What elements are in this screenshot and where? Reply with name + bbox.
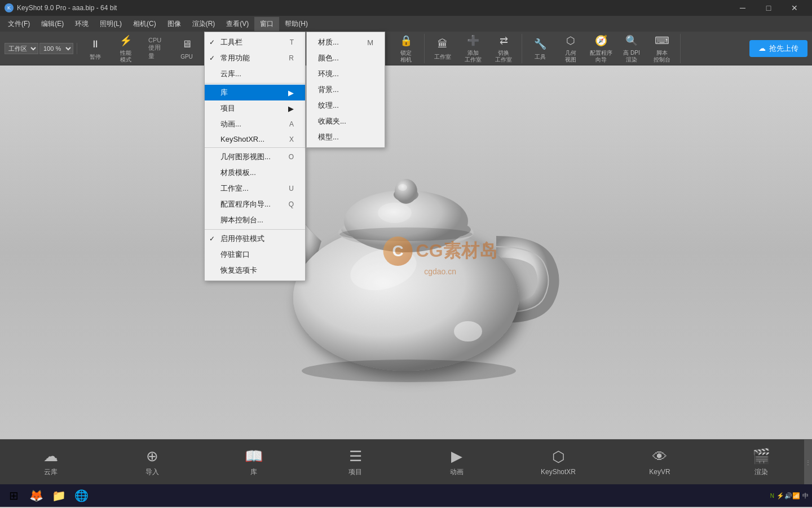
taskbar-icons: ⚡🔊📶 xyxy=(776,492,800,500)
divider-3 xyxy=(205,229,305,230)
menu-animation[interactable]: 动画... A xyxy=(205,116,305,132)
gpu-button[interactable]: 🖥 GPU xyxy=(172,34,201,63)
geo-view-button[interactable]: ⬡ 几何视图 xyxy=(556,34,585,63)
tools-button[interactable]: 🔧 工具 xyxy=(526,34,555,63)
bottombar-library[interactable]: 📖 库 xyxy=(231,448,276,477)
pause-button[interactable]: ⏸ 暂停 xyxy=(81,34,110,63)
gpu-icon: 🖥 xyxy=(179,36,195,52)
window-title: KeyShot 9.0 Pro - aaa.bip - 64 bit xyxy=(17,4,117,12)
geo-view-label: 几何视图 xyxy=(565,50,576,63)
lock-camera-label: 锁定相机 xyxy=(400,50,412,63)
menu-dock-window[interactable]: 停驻窗口 xyxy=(205,247,305,262)
workspace-icon: 🏛 xyxy=(435,36,451,52)
bottombar-project[interactable]: ☰ 项目 xyxy=(333,448,378,477)
taskbar-right: N ⚡🔊📶 中 xyxy=(770,492,809,500)
animation-icon: ▶ xyxy=(451,448,462,465)
app-icon: K xyxy=(5,3,14,12)
svg-point-13 xyxy=(454,321,482,341)
taskbar-edge[interactable]: 🌐 xyxy=(71,485,91,506)
gpu-label: GPU xyxy=(180,54,193,60)
bottombar-import[interactable]: ⊕ 导入 xyxy=(130,448,175,477)
add-workspace-button[interactable]: ➕ 添加工作室 xyxy=(458,34,488,63)
menu-material-template[interactable]: 材质模板... xyxy=(205,165,305,181)
menu-toolbar[interactable]: ✓ 工具栏 T xyxy=(205,34,305,50)
menu-keyshotxr[interactable]: KeyShotXR... X xyxy=(205,132,305,146)
workspace-select[interactable]: 工作区 xyxy=(5,43,38,54)
taskbar: ⊞ 🦊 📁 🌐 N ⚡🔊📶 中 xyxy=(0,484,812,507)
menu-file[interactable]: 文件(F) xyxy=(2,17,36,31)
menu-cloud-library[interactable]: 云库... xyxy=(205,66,305,82)
menu-geo-view[interactable]: 几何图形视图... O xyxy=(205,149,305,165)
submenu-background[interactable]: 背景... xyxy=(307,82,385,98)
menu-help[interactable]: 帮助(H) xyxy=(279,17,314,31)
zoom-dropdown[interactable]: 100 % xyxy=(39,43,73,54)
taskbar-lang: 中 xyxy=(802,492,809,500)
watermark-url: cgdao.cn xyxy=(424,267,456,276)
menu-script-console[interactable]: 脚本控制台... xyxy=(205,212,305,228)
menu-environment[interactable]: 环境 xyxy=(69,17,94,31)
menu-config-wizard[interactable]: 配置程序向导... Q xyxy=(205,196,305,212)
switch-workspace-button[interactable]: ⇄ 切换工作室 xyxy=(489,34,518,63)
bottombar-render[interactable]: 🎬 渲染 xyxy=(739,448,784,477)
high-dpi-button[interactable]: 🔍 高 DPI渲染 xyxy=(617,34,646,63)
cloud-upload-icon: ☁ xyxy=(758,44,766,52)
start-button[interactable]: ⊞ xyxy=(3,485,24,506)
geo-view-icon: ⬡ xyxy=(563,34,579,48)
workspace-dropdown[interactable]: 工作区 xyxy=(5,43,38,54)
script-console-icon: ⌨ xyxy=(654,34,670,48)
library-icon: 📖 xyxy=(245,448,263,465)
submenu-favorites[interactable]: 收藏夹... xyxy=(307,113,385,129)
menu-lighting[interactable]: 照明(L) xyxy=(94,17,127,31)
bottombar-keyvr[interactable]: 👁 KeyVR xyxy=(637,448,682,476)
lock-camera-button[interactable]: 🔒 锁定相机 xyxy=(391,34,421,63)
add-workspace-icon: ➕ xyxy=(465,34,481,48)
submenu-material[interactable]: 材质... M xyxy=(307,34,385,50)
config-wizard-button[interactable]: 🧭 配置程序向导 xyxy=(586,34,616,63)
svg-point-7 xyxy=(378,203,412,223)
menu-project[interactable]: 项目 ▶ xyxy=(205,100,305,116)
menu-restore-tabs[interactable]: 恢复选项卡 xyxy=(205,262,305,278)
taskbar-firefox[interactable]: 🦊 xyxy=(26,485,46,506)
submenu-color[interactable]: 颜色... xyxy=(307,50,385,66)
submenu-environment[interactable]: 环境... xyxy=(307,66,385,82)
bottombar-keyshotxr[interactable]: ⬡ KeyShotXR xyxy=(536,448,581,476)
menu-enable-dock[interactable]: ✓ 启用停驻模式 xyxy=(205,231,305,247)
config-wizard-icon: 🧭 xyxy=(593,34,609,48)
menu-common-features[interactable]: ✓ 常用功能 R xyxy=(205,50,305,66)
performance-label: 性能模式 xyxy=(120,50,131,63)
menu-render[interactable]: 渲染(R) xyxy=(187,17,221,31)
toolbar-checkmark: ✓ xyxy=(209,38,215,46)
bottombar-animation[interactable]: ▶ 动画 xyxy=(434,448,479,477)
menu-image[interactable]: 图像 xyxy=(162,17,187,31)
workspace-btn[interactable]: 🏛 工作室 xyxy=(428,34,457,63)
cpu-usage-button[interactable]: CPU使用量 xyxy=(142,34,171,63)
menu-studio[interactable]: 工作室... U xyxy=(205,181,305,196)
bottom-panel: ☁ 云库 ⊕ 导入 📖 库 ☰ 项目 ▶ 动画 ⬡ KeyShotXR 👁 Ke… xyxy=(0,439,812,484)
submenu-texture[interactable]: 纹理... xyxy=(307,98,385,113)
watermark: C CG素材岛 cgdao.cn xyxy=(383,237,497,276)
close-button[interactable]: ✕ xyxy=(782,0,807,16)
menu-library[interactable]: 库 ▶ xyxy=(205,85,305,100)
script-console-button[interactable]: ⌨ 脚本控制台 xyxy=(647,34,677,63)
menu-view[interactable]: 查看(V) xyxy=(220,17,254,31)
toolbar: 工作区 100 % ⏸ 暂停 ⚡ 性能模式 CPU使用量 🖥 GPU ✦ 去噪 xyxy=(0,32,812,65)
cloud-icon: ☁ xyxy=(43,448,58,465)
minimize-button[interactable]: ─ xyxy=(730,0,756,16)
divider-2 xyxy=(205,147,305,148)
performance-icon: ⚡ xyxy=(118,34,134,48)
cloud-upload-button[interactable]: ☁ 抢先上传 xyxy=(749,40,807,57)
menu-window[interactable]: 窗口 xyxy=(254,17,279,31)
taskbar-explorer[interactable]: 📁 xyxy=(48,485,69,506)
maximize-button[interactable]: □ xyxy=(756,0,782,16)
zoom-select[interactable]: 100 % xyxy=(39,43,73,54)
menubar: 文件(F) 编辑(E) 环境 照明(L) 相机(C) 图像 渲染(R) 查看(V… xyxy=(0,16,812,32)
bottombar-cloud[interactable]: ☁ 云库 xyxy=(28,448,73,477)
submenu-model[interactable]: 模型... xyxy=(307,129,385,145)
menu-camera[interactable]: 相机(C) xyxy=(127,17,162,31)
common-checkmark: ✓ xyxy=(209,54,215,62)
performance-mode-button[interactable]: ⚡ 性能模式 xyxy=(111,34,140,63)
keyshotxr-icon: ⬡ xyxy=(552,448,565,466)
menu-edit[interactable]: 编辑(E) xyxy=(36,17,69,31)
viewport[interactable]: C CG素材岛 cgdao.cn xyxy=(0,65,812,439)
lock-camera-icon: 🔒 xyxy=(398,34,414,48)
